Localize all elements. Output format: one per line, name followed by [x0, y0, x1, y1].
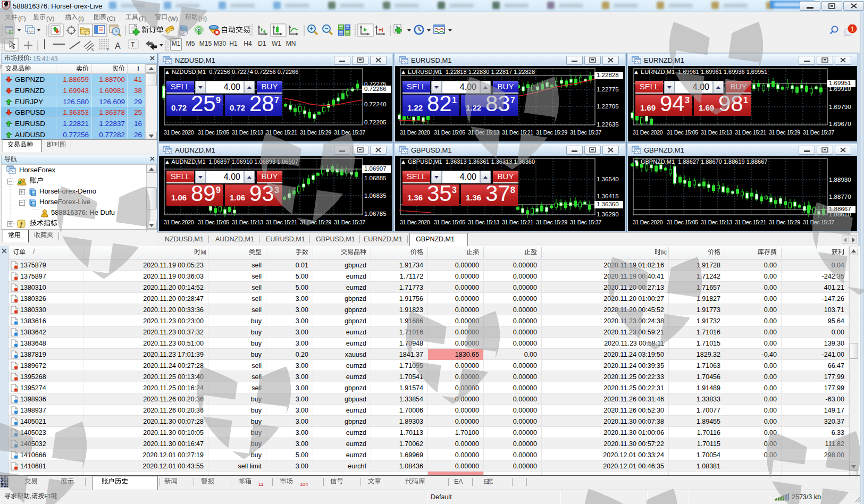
svg-text:T: T — [131, 41, 135, 48]
svg-text:F: F — [107, 47, 110, 52]
svg-text:A: A — [115, 41, 121, 51]
svg-text:1: 1 — [851, 26, 854, 33]
svg-text:E: E — [91, 47, 94, 52]
